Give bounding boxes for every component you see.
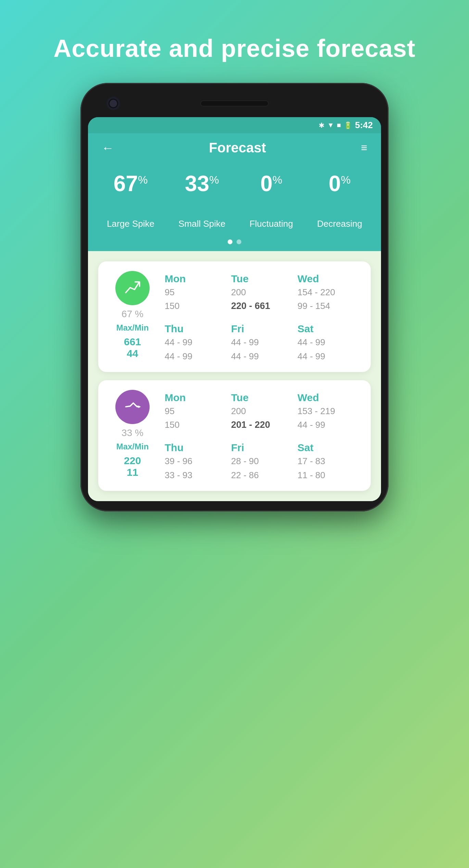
signal-icon: ■	[337, 121, 341, 129]
back-button[interactable]: ←	[102, 141, 114, 155]
forecast-card-1: 33 % Max/Min 220 11 Mon Tue Wed 95	[98, 380, 371, 491]
stat-label-small-spike: Small Spike	[178, 219, 225, 229]
content-area: 67 % Max/Min 661 44 Mon Tue Wed 95	[88, 251, 381, 501]
card-percent-0: 67 %	[122, 309, 143, 320]
stat-label-large-spike: Large Spike	[107, 219, 154, 229]
page-dots	[88, 236, 381, 251]
card-maxmin-label-1: Max/Min	[116, 442, 149, 451]
wifi-icon: ▼	[327, 121, 334, 129]
dot-1[interactable]	[228, 239, 232, 244]
grid-day-fri-0: Fri	[231, 321, 294, 335]
stat-value-fluctuating: 0%	[260, 173, 282, 195]
card-maxmin-values-0: 661 44	[124, 336, 141, 359]
grid-val-fri-r2-0: 44 - 99	[231, 350, 294, 362]
card-icon-1	[115, 390, 150, 424]
grid-val-wed-r1-0: 154 - 220	[297, 286, 360, 298]
phone-speaker	[200, 100, 269, 107]
grid-val-mon-r2-1: 150	[165, 419, 228, 432]
stats-row: 67% Large Spike 33%	[88, 162, 381, 236]
grid-day-thu-1: Thu	[165, 440, 228, 454]
card-percent-1: 33 %	[122, 427, 143, 438]
grid-day-fri-1: Fri	[231, 440, 294, 454]
grid-day-thu-0: Thu	[165, 321, 228, 335]
grid-day-sat-0: Sat	[297, 321, 360, 335]
grid-val-thu-r2-1: 33 - 93	[165, 469, 228, 481]
card-grid-0: Mon Tue Wed 95 200 154 - 220 150 220 - 6…	[165, 271, 360, 362]
phone-device: ✱ ▼ ■ 🔋 5:42 ← Forecast ≡ 67%	[80, 83, 389, 511]
card-maxmin-values-1: 220 11	[124, 455, 141, 478]
header-title: Forecast	[209, 140, 266, 156]
stat-value-small-spike: 33%	[185, 173, 219, 195]
status-bar: ✱ ▼ ■ 🔋 5:42	[88, 117, 381, 133]
grid-val-wed-r2-1: 44 - 99	[297, 419, 360, 432]
phone-body: ✱ ▼ ■ 🔋 5:42 ← Forecast ≡ 67%	[80, 83, 389, 511]
grid-val-sat-r1-0: 44 - 99	[297, 336, 360, 348]
grid-val-thu-r1-0: 44 - 99	[165, 336, 228, 348]
grid-val-sat-r2-1: 11 - 80	[297, 469, 360, 481]
grid-val-tue-r1-1: 200	[231, 405, 294, 417]
stat-value-decreasing: 0%	[329, 173, 351, 195]
grid-day-wed-1: Wed	[297, 390, 360, 404]
status-icons: ✱ ▼ ■ 🔋 5:42	[319, 120, 373, 131]
grid-day-wed-0: Wed	[297, 271, 360, 285]
forecast-card-0: 67 % Max/Min 661 44 Mon Tue Wed 95	[98, 261, 371, 372]
card-left-0: 67 % Max/Min 661 44	[109, 271, 156, 362]
bluetooth-icon: ✱	[319, 121, 325, 129]
phone-screen: ✱ ▼ ■ 🔋 5:42 ← Forecast ≡ 67%	[88, 117, 381, 501]
card-maxmin-label-0: Max/Min	[116, 323, 149, 333]
stat-label-fluctuating: Fluctuating	[250, 219, 293, 229]
grid-val-sat-r1-1: 17 - 83	[297, 455, 360, 467]
status-time: 5:42	[355, 120, 373, 131]
grid-val-wed-r2-0: 99 - 154	[297, 300, 360, 313]
phone-camera	[109, 99, 118, 108]
grid-day-mon-1: Mon	[165, 390, 228, 404]
grid-val-mon-r2-0: 150	[165, 300, 228, 313]
card-icon-0	[115, 271, 150, 305]
grid-day-sat-1: Sat	[297, 440, 360, 454]
app-header: ← Forecast ≡	[88, 133, 381, 162]
grid-val-thu-r2-0: 44 - 99	[165, 350, 228, 362]
grid-val-fri-r2-1: 22 - 86	[231, 469, 294, 481]
grid-day-tue-1: Tue	[231, 390, 294, 404]
grid-val-fri-r1-0: 44 - 99	[231, 336, 294, 348]
grid-day-mon-0: Mon	[165, 271, 228, 285]
stat-decreasing: 0% Decreasing	[317, 173, 362, 229]
dot-2[interactable]	[237, 239, 241, 244]
stat-small-spike: 33% Small Spike	[178, 173, 225, 229]
grid-val-thu-r1-1: 39 - 96	[165, 455, 228, 467]
menu-button[interactable]: ≡	[361, 141, 367, 154]
grid-val-tue-r2-0: 220 - 661	[231, 300, 294, 313]
svg-marker-0	[138, 406, 141, 408]
grid-val-mon-r1-1: 95	[165, 405, 228, 417]
grid-val-fri-r1-1: 28 - 90	[231, 455, 294, 467]
page-title: Accurate and precise forecast	[53, 34, 415, 62]
grid-val-wed-r1-1: 153 - 219	[297, 405, 360, 417]
stat-value-large-spike: 67%	[114, 173, 148, 195]
grid-val-tue-r1-0: 200	[231, 286, 294, 298]
battery-icon: 🔋	[344, 121, 352, 129]
phone-top-bar	[88, 93, 381, 114]
grid-val-mon-r1-0: 95	[165, 286, 228, 298]
card-grid-1: Mon Tue Wed 95 200 153 - 219 150 201 - 2…	[165, 390, 360, 481]
stat-fluctuating: 0% Fluctuating	[250, 173, 293, 229]
grid-day-tue-0: Tue	[231, 271, 294, 285]
stat-label-decreasing: Decreasing	[317, 219, 362, 229]
stat-large-spike: 67% Large Spike	[107, 173, 154, 229]
grid-val-tue-r2-1: 201 - 220	[231, 419, 294, 432]
card-left-1: 33 % Max/Min 220 11	[109, 390, 156, 481]
grid-val-sat-r2-0: 44 - 99	[297, 350, 360, 362]
